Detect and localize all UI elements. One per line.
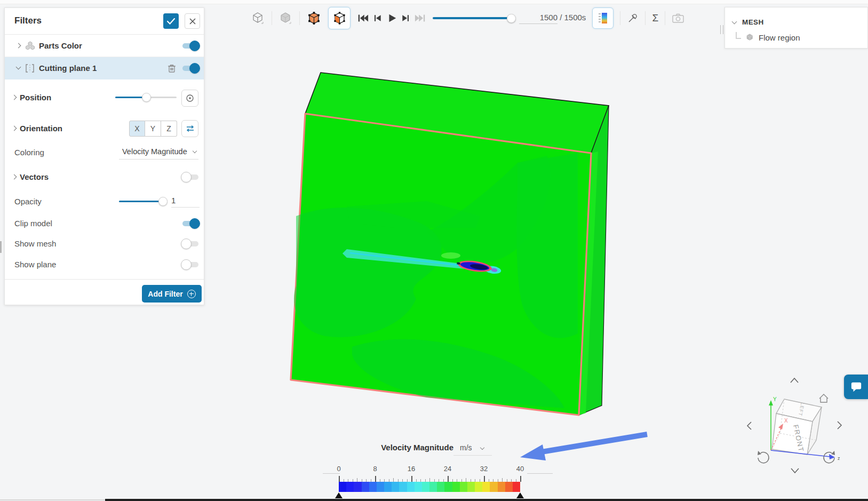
cutting-plane-toggle[interactable] (181, 62, 200, 74)
vectors-toggle[interactable] (181, 171, 200, 183)
parts-color-icon (25, 41, 35, 51)
legend-tick (375, 476, 376, 482)
mesh-tree-header[interactable]: MESH (732, 18, 764, 26)
viewport-3d-scene[interactable] (267, 56, 624, 424)
left-edge-resize-handle[interactable] (0, 241, 2, 253)
opacity-slider[interactable] (119, 196, 166, 206)
solid-cube-icon (745, 33, 754, 42)
show-mesh-toggle[interactable] (181, 238, 200, 250)
previous-frame-icon[interactable] (372, 12, 383, 24)
footer-divider (5, 279, 204, 280)
viewer-toolbar: 1500 / 1500s Σ (251, 6, 684, 30)
legend-tick-label: 32 (480, 465, 488, 473)
next-frame-icon[interactable] (401, 12, 411, 24)
legend-color-segment (377, 482, 384, 492)
filters-panel: Filters Parts Color (4, 7, 204, 305)
screenshot-button[interactable] (672, 12, 684, 24)
skip-to-end-icon[interactable] (415, 12, 426, 24)
setting-row-coloring: Coloring Velocity Magnitude (5, 145, 204, 161)
legend-color-segment (407, 482, 415, 492)
delete-trash-icon[interactable] (168, 63, 176, 73)
position-label: Position (20, 93, 51, 102)
show-clipped-model-button-active[interactable] (328, 7, 351, 29)
show-full-model-button[interactable] (306, 11, 322, 26)
legend-color-segment (498, 482, 505, 492)
chevron-right-icon[interactable] (16, 43, 21, 49)
chevron-down-icon[interactable] (732, 19, 737, 24)
mesh-title: MESH (742, 18, 764, 26)
orientation-gizmo[interactable]: FRONT LEFT Y X z (742, 359, 851, 479)
chat-support-button[interactable] (844, 375, 868, 399)
toolbar-separator (645, 11, 646, 25)
legend-colorbar[interactable] (339, 482, 520, 492)
filter-row-parts-color[interactable]: Parts Color (5, 35, 204, 57)
coloring-value: Velocity Magnitude (122, 147, 187, 156)
legend-color-segment (369, 482, 377, 492)
legend-color-segment (399, 482, 407, 492)
mesh-tree-item-flow-region[interactable]: Flow region (736, 33, 800, 42)
legend-min-range-marker[interactable] (335, 492, 343, 498)
coloring-select[interactable]: Velocity Magnitude (119, 145, 198, 160)
close-filters-button[interactable] (185, 13, 200, 29)
legend-color-segment (415, 482, 422, 492)
axis-z-label: z (838, 456, 840, 461)
rotate-left-chevron[interactable] (747, 422, 751, 430)
legend-toggle-button-active[interactable] (592, 7, 614, 29)
setting-row-show-plane: Show plane (5, 257, 204, 273)
legend-color-segment (467, 482, 475, 492)
chevron-right-icon[interactable] (12, 126, 17, 131)
legend-tick (429, 478, 430, 482)
axis-button-z[interactable]: Z (161, 121, 177, 137)
filter-row-cutting-plane[interactable]: Cutting plane 1 (5, 57, 204, 79)
skip-to-start-icon[interactable] (357, 12, 369, 24)
legend-color-segment (437, 482, 444, 492)
statistics-button[interactable]: Σ (652, 12, 658, 24)
time-input[interactable]: 1500 (519, 13, 558, 24)
home-view-icon[interactable] (819, 394, 828, 402)
rotate-down-chevron[interactable] (791, 468, 799, 473)
position-center-button[interactable] (181, 90, 198, 107)
target-icon (186, 94, 194, 102)
tree-branch-line (736, 32, 741, 39)
add-filter-button[interactable]: Add Filter (142, 285, 202, 303)
toolbar-separator (299, 11, 300, 25)
legend-max-range-marker[interactable] (516, 492, 524, 498)
pin-probe-icon (627, 12, 639, 24)
plus-circle-icon (187, 290, 196, 298)
view-solid-cube-button[interactable] (278, 11, 293, 26)
flip-orientation-button[interactable] (181, 120, 198, 137)
show-plane-toggle[interactable] (181, 259, 200, 271)
legend-tick (448, 476, 449, 482)
clip-model-label: Clip model (14, 219, 52, 228)
chevron-down-icon[interactable] (16, 65, 21, 70)
legend-color-segment (392, 482, 399, 492)
chevron-right-icon[interactable] (12, 95, 17, 100)
legend-tick-label: 24 (444, 465, 451, 473)
mesh-tree-panel: MESH Flow region (724, 7, 868, 49)
opacity-value[interactable]: 1 (171, 196, 200, 208)
chevron-right-icon[interactable] (12, 174, 17, 180)
apply-filters-button[interactable] (163, 13, 179, 29)
legend-color-segment (460, 482, 467, 492)
position-slider[interactable] (115, 92, 177, 102)
probe-point-button[interactable] (627, 12, 639, 24)
rotate-right-chevron[interactable] (838, 422, 841, 429)
legend-color-segment (444, 482, 452, 492)
legend-tick (520, 476, 521, 482)
axis-button-x[interactable]: X (129, 121, 145, 137)
play-icon[interactable] (386, 12, 397, 24)
orientation-axis-group: X Y Z (129, 121, 177, 137)
clip-model-toggle[interactable] (181, 218, 200, 229)
mesh-panel-drag-handle[interactable] (720, 25, 723, 34)
parts-color-toggle[interactable] (181, 40, 200, 52)
legend-tick-label: 16 (408, 465, 415, 473)
timeline-slider[interactable] (433, 14, 513, 22)
rotate-up-chevron[interactable] (791, 378, 798, 383)
axis-button-y[interactable]: Y (145, 121, 161, 137)
mesh-item-label: Flow region (759, 33, 800, 42)
legend-tick (466, 478, 466, 482)
legend-unit-select[interactable]: m/s (460, 443, 484, 452)
rotate-ccw-icon[interactable] (758, 451, 769, 463)
setting-row-vectors: Vectors (5, 169, 204, 185)
view-wireframe-cube-button[interactable] (251, 11, 265, 26)
